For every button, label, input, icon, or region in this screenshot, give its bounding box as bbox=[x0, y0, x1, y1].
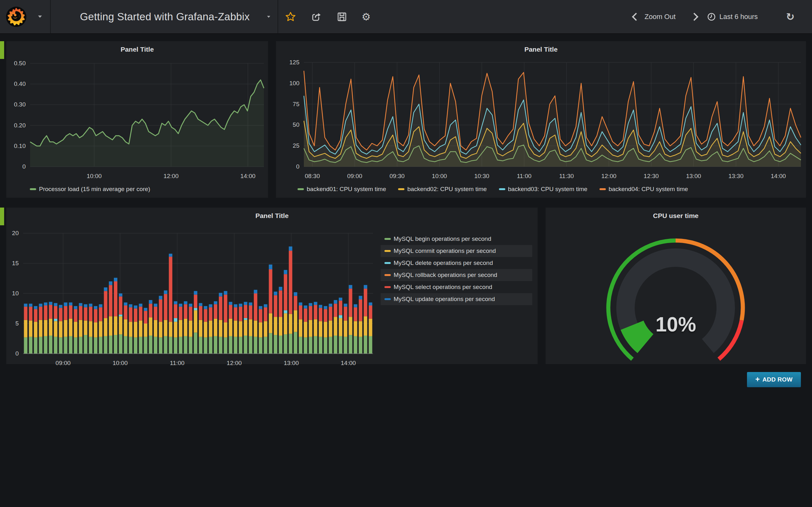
bar-segment bbox=[199, 320, 202, 337]
time-picker-clock[interactable] bbox=[707, 0, 716, 33]
bar-segment bbox=[69, 305, 72, 319]
bar-segment bbox=[169, 257, 172, 322]
settings-button[interactable]: ⚙ bbox=[362, 0, 371, 33]
bar-segment bbox=[144, 311, 148, 324]
star-button[interactable] bbox=[285, 0, 296, 33]
bar-segment bbox=[34, 306, 38, 309]
bar-segment bbox=[299, 302, 302, 306]
bar-segment bbox=[109, 285, 112, 316]
bar-segment bbox=[349, 285, 352, 288]
bar-segment bbox=[294, 310, 297, 332]
navbar-separator bbox=[277, 0, 278, 33]
bar-segment bbox=[184, 336, 188, 354]
dashboard-title[interactable]: Getting Started with Grafana-Zabbix bbox=[80, 0, 250, 33]
bar-segment bbox=[309, 306, 312, 320]
add-row-button[interactable]: + ADD ROW bbox=[747, 372, 801, 387]
bar-segment bbox=[244, 305, 247, 318]
time-range-picker[interactable]: Last 6 hours bbox=[719, 0, 758, 33]
chart-area[interactable]: 025507510012508:3009:0009:3010:0010:3011… bbox=[276, 56, 806, 184]
legend-label: MySQL rollback operations per second bbox=[394, 272, 497, 279]
bar-segment bbox=[189, 321, 192, 337]
bar-segment bbox=[54, 321, 57, 337]
panel-title[interactable]: Panel Title bbox=[6, 212, 538, 220]
bar-segment bbox=[229, 319, 232, 336]
bar-segment bbox=[39, 307, 43, 320]
bar-segment bbox=[264, 337, 267, 354]
bar-segment bbox=[219, 293, 222, 296]
bar-segment bbox=[254, 290, 257, 293]
bar-segment bbox=[44, 320, 47, 336]
bar-segment bbox=[164, 320, 167, 336]
bar-segment bbox=[64, 337, 67, 354]
bar-segment bbox=[194, 308, 197, 311]
legend-color-dash bbox=[398, 188, 404, 190]
y-axis-label: 0.20 bbox=[14, 122, 26, 129]
bar-segment bbox=[39, 337, 43, 354]
logo-dropdown-caret[interactable] bbox=[38, 0, 42, 33]
gauge-area[interactable] bbox=[546, 223, 806, 367]
row-handle-2[interactable] bbox=[0, 208, 4, 225]
legend-item[interactable]: backend04: CPU system time bbox=[600, 186, 688, 193]
panel-title[interactable]: Panel Title bbox=[6, 46, 268, 53]
bar-segment bbox=[354, 321, 357, 336]
panel-title[interactable]: Panel Title bbox=[276, 46, 806, 53]
bar-segment bbox=[99, 304, 102, 307]
bar-segment bbox=[94, 309, 97, 322]
bar-segment bbox=[29, 337, 32, 354]
x-axis-label: 14:00 bbox=[241, 173, 256, 179]
panel-processor-load: Panel Title 00.100.200.300.400.5010:0012… bbox=[6, 41, 268, 198]
bar-segment bbox=[124, 336, 128, 354]
legend-item[interactable]: backend03: CPU system time bbox=[499, 186, 588, 193]
bar-segment bbox=[314, 305, 317, 320]
legend-item[interactable]: MySQL update operations per second bbox=[380, 293, 532, 305]
bar-segment bbox=[349, 335, 352, 354]
bar-segment bbox=[54, 319, 57, 321]
zoom-out-button[interactable]: Zoom Out bbox=[645, 0, 676, 33]
bar-segment bbox=[364, 336, 367, 354]
bar-segment bbox=[329, 321, 333, 337]
legend-item[interactable]: backend02: CPU system time bbox=[398, 186, 487, 193]
bar-segment bbox=[59, 321, 62, 337]
bar-segment bbox=[174, 322, 177, 337]
legend-item[interactable]: backend01: CPU system time bbox=[298, 186, 386, 193]
save-icon bbox=[336, 11, 348, 22]
legend-item[interactable]: MySQL commit operations per second bbox=[380, 245, 532, 257]
bar-segment bbox=[109, 336, 112, 354]
refresh-button[interactable]: ↻ bbox=[786, 0, 795, 33]
chart-area[interactable]: 00.100.200.300.400.5010:0012:0014:00 bbox=[6, 56, 268, 184]
bar-segment bbox=[284, 270, 287, 274]
bar-segment bbox=[259, 337, 262, 354]
bar-segment bbox=[254, 337, 257, 354]
bar-segment bbox=[364, 289, 367, 316]
bar-segment bbox=[209, 307, 212, 321]
bar-segment bbox=[24, 303, 27, 307]
legend-color-dash bbox=[385, 274, 391, 276]
bar-segment bbox=[309, 320, 312, 337]
y-axis-label: 0 bbox=[296, 163, 299, 170]
panel-title[interactable]: CPU user time bbox=[546, 212, 806, 220]
bar-segment bbox=[119, 293, 122, 297]
y-axis-label: 0.30 bbox=[14, 101, 26, 108]
bar-segment bbox=[184, 319, 188, 336]
legend-item[interactable]: MySQL select operations per second bbox=[380, 281, 532, 293]
legend-item[interactable]: Processor load (15 min average per core) bbox=[30, 186, 150, 193]
legend-item[interactable]: MySQL rollback operations per second bbox=[380, 269, 532, 281]
bar-segment bbox=[359, 296, 362, 299]
time-forward-button[interactable] bbox=[692, 0, 697, 33]
bar-segment bbox=[224, 337, 227, 354]
bar-segment bbox=[364, 316, 367, 336]
share-button[interactable] bbox=[311, 0, 322, 33]
grafana-logo[interactable] bbox=[6, 0, 27, 33]
time-back-button[interactable] bbox=[633, 0, 639, 33]
row-handle-1[interactable] bbox=[0, 41, 4, 59]
legend-item[interactable]: MySQL delete operations per second bbox=[380, 257, 532, 269]
bar-segment bbox=[339, 301, 342, 315]
bar-segment bbox=[104, 287, 107, 291]
y-axis-label: 0.40 bbox=[14, 80, 26, 87]
bar-segment bbox=[114, 316, 117, 335]
bar-segment bbox=[194, 310, 197, 332]
save-button[interactable] bbox=[336, 0, 348, 33]
legend-label: Processor load (15 min average per core) bbox=[39, 186, 150, 193]
dashboard-title-caret[interactable] bbox=[267, 0, 270, 33]
legend-item[interactable]: MySQL begin operations per second bbox=[380, 233, 532, 245]
